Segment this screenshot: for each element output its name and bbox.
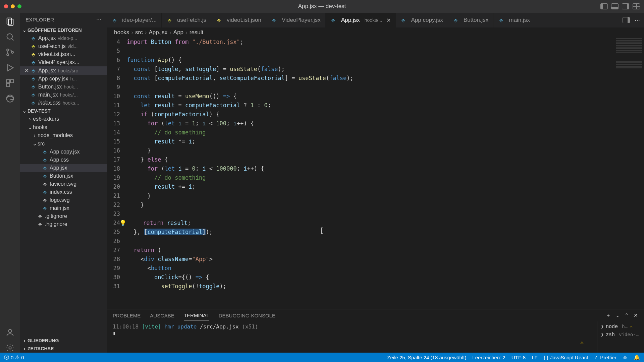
toggle-panel-icon[interactable] — [611, 3, 619, 9]
status-lang[interactable]: { } JavaScript React — [544, 355, 588, 360]
project-section[interactable]: ⌄ DEV-TEST — [20, 107, 107, 115]
file-item[interactable]: ⬘main.jsx — [20, 204, 107, 212]
open-editors-section[interactable]: ⌄ GEÖFFNETE EDITOREN — [20, 26, 107, 34]
editor-tab[interactable]: ⬘App copy.jsx — [396, 13, 448, 27]
status-cursor[interactable]: Zeile 25, Spalte 24 (18 ausgewählt) — [387, 355, 466, 360]
file-item[interactable]: ⬘index.css — [20, 188, 107, 196]
code-area[interactable]: import Button from "./Button.jsx"; funct… — [127, 38, 614, 309]
status-errors[interactable]: ⓧ 0 ⚠ 0 — [4, 354, 24, 361]
file-item[interactable]: ⬘App.css — [20, 156, 107, 164]
shell-icon: ❯ — [601, 323, 604, 329]
editor-tab[interactable]: ⬘Button.jsx — [448, 13, 494, 27]
editor-tab[interactable]: ⬘App.jsxhooks/...✕ — [326, 13, 396, 27]
breadcrumb-segment[interactable]: src — [135, 29, 143, 36]
editor-tab[interactable]: ⬘ideo-player/... — [107, 13, 162, 27]
outline-section[interactable]: › GLIEDERUNG — [20, 337, 107, 345]
edge-icon[interactable] — [5, 94, 15, 103]
file-item[interactable]: ⬘Button.jsx — [20, 172, 107, 180]
split-editor-icon[interactable] — [623, 17, 630, 23]
more-icon[interactable]: ⋯ — [96, 16, 102, 22]
panel-tab[interactable]: TERMINAL — [184, 310, 209, 320]
chevron-icon: › — [32, 132, 37, 138]
open-editor-item[interactable]: ⬘useFetch.jsvid... — [20, 42, 107, 50]
svg-point-6 — [11, 51, 13, 53]
file-name: Button.jsx — [38, 84, 62, 90]
tab-label: main.jsx — [509, 17, 530, 23]
close-icon[interactable]: ✕ — [23, 67, 30, 74]
explorer-icon[interactable] — [5, 17, 15, 26]
file-icon: ⬘ — [30, 76, 36, 81]
editor-tab[interactable]: ⬘videoList.json — [211, 13, 266, 27]
new-terminal-icon[interactable]: ＋ — [606, 312, 611, 319]
file-icon: ⬘ — [42, 181, 48, 187]
open-editor-item[interactable]: ⬘App.jsxvideo-p... — [20, 34, 107, 42]
feedback-icon[interactable]: ☺ — [623, 355, 628, 360]
status-spaces[interactable]: Leerzeichen: 2 — [472, 355, 505, 360]
settings-gear-icon[interactable] — [5, 343, 15, 353]
terminal-entry[interactable]: ❯ zsh video-… — [601, 331, 641, 338]
breadcrumb-segment[interactable]: App — [173, 29, 183, 36]
minimap[interactable] — [614, 38, 644, 309]
svg-point-12 — [8, 329, 11, 333]
breadcrumb-segment[interactable]: result — [190, 29, 204, 36]
search-icon[interactable] — [5, 32, 15, 42]
close-icon[interactable]: ✕ — [386, 17, 391, 23]
file-item[interactable]: ⬘.hgignore — [20, 220, 107, 228]
status-prettier[interactable]: ✓ Prettier — [594, 354, 616, 360]
warning-icon[interactable]: ⚠ — [580, 339, 584, 345]
bell-icon[interactable]: 🔔 — [634, 354, 640, 360]
close-icon[interactable]: ✕ — [634, 312, 638, 319]
toggle-sidebar-icon[interactable] — [600, 3, 608, 9]
file-name: main.jsx — [38, 92, 58, 98]
folder-item[interactable]: ›es6-exkurs — [20, 115, 107, 123]
toggle-secondary-icon[interactable] — [622, 3, 629, 9]
open-editor-item[interactable]: ⬘App copy.jsxh... — [20, 75, 107, 83]
breadcrumb-segment[interactable]: hooks — [114, 29, 129, 36]
folder-item[interactable]: ⌄hooks — [20, 123, 107, 131]
minimize-window-icon[interactable] — [11, 4, 15, 8]
editor-body[interactable]: 4567891011121314151617181920212223242526… — [107, 38, 644, 309]
breadcrumb-segment[interactable]: App.jsx — [149, 29, 167, 36]
chevron-down-icon[interactable]: ⌄ — [615, 312, 620, 319]
file-name: VideoPlayer.jsx... — [38, 59, 79, 65]
editor-tab[interactable]: ⬘VideoPlayer.jsx — [266, 13, 326, 27]
source-control-icon[interactable] — [5, 48, 15, 57]
status-encoding[interactable]: UTF-8 — [512, 355, 526, 360]
file-name: useFetch.js — [38, 43, 66, 49]
file-item[interactable]: ⬘logo.svg — [20, 196, 107, 204]
chevron-up-icon[interactable]: ⌃ — [625, 312, 629, 319]
more-icon[interactable]: ⋯ — [635, 17, 640, 23]
status-eol[interactable]: LF — [532, 355, 538, 360]
panel-tab[interactable]: DEBUGGING-KONSOLE — [219, 311, 275, 320]
layout-grid-icon[interactable] — [633, 3, 640, 9]
open-editor-item[interactable]: ✕⬘App.jsxhooks/src — [20, 66, 107, 75]
file-icon: ⬘ — [30, 44, 36, 49]
folder-item[interactable]: ›node_modules — [20, 131, 107, 139]
panel-tab[interactable]: AUSGABE — [150, 311, 174, 320]
terminal-output[interactable]: 11:00:18 [vite] hmr update /src/App.jsx … — [107, 321, 597, 353]
open-editor-item[interactable]: ⬘videoList.json... — [20, 50, 107, 58]
open-editor-item[interactable]: ⬘main.jsxhooks/... — [20, 91, 107, 99]
editor-tab[interactable]: ⬘useFetch.js — [162, 13, 211, 27]
editor-tab[interactable]: ⬘main.jsx — [493, 13, 535, 27]
close-window-icon[interactable] — [4, 4, 8, 8]
extensions-icon[interactable] — [5, 78, 15, 88]
panel-tab[interactable]: PROBLEME — [113, 311, 141, 320]
maximize-window-icon[interactable] — [17, 4, 21, 8]
terminal-entry[interactable]: ❯ node h… ⚠ — [601, 323, 641, 329]
open-editor-item[interactable]: ⬘VideoPlayer.jsx... — [20, 58, 107, 66]
file-item[interactable]: ⬘App copy.jsx — [20, 148, 107, 156]
editor: ⬘ideo-player/...⬘useFetch.js⬘videoList.j… — [107, 13, 644, 353]
open-editor-item[interactable]: ⬘index.csshooks... — [20, 99, 107, 107]
timeline-label: ZEITACHSE — [28, 346, 54, 351]
folder-item[interactable]: ⌄src — [20, 139, 107, 148]
file-item[interactable]: ⬘.gitignore — [20, 212, 107, 220]
account-icon[interactable] — [5, 328, 15, 337]
open-editor-item[interactable]: ⬘Button.jsxhook... — [20, 83, 107, 91]
file-tree: ›es6-exkurs⌄hooks›node_modules⌄src⬘App c… — [20, 115, 107, 337]
breadcrumb[interactable]: hooks›src›App.jsx›App›result — [107, 27, 644, 38]
timeline-section[interactable]: › ZEITACHSE — [20, 345, 107, 353]
file-item[interactable]: ⬘favicon.svg — [20, 180, 107, 188]
file-item[interactable]: ⬘App.jsx — [20, 164, 107, 172]
run-debug-icon[interactable] — [5, 63, 15, 72]
